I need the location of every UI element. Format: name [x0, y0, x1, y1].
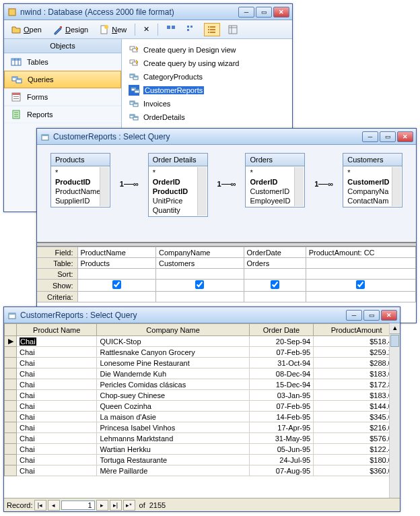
table-box-customers[interactable]: Customers*CustomerIDCompanyNaContactNam [343, 153, 403, 207]
query-item[interactable]: Create query in Design view [126, 43, 288, 57]
nav-prev-button[interactable]: ◂ [48, 500, 60, 511]
cell-company[interactable]: Princesa Isabel Vinhos [97, 422, 249, 433]
row-selector[interactable] [5, 390, 17, 401]
cell-amount[interactable]: $518.40 [314, 336, 400, 347]
minimize-button[interactable]: ─ [238, 7, 254, 18]
object-category-tables[interactable]: Tables [4, 53, 121, 71]
grid-cell[interactable]: CompanyName [156, 247, 244, 258]
nav-next-button[interactable]: ▸ [96, 500, 108, 511]
join-line[interactable]: 1∞ [120, 180, 139, 188]
cell-date[interactable]: 07-Feb-95 [249, 347, 314, 358]
grid-cell[interactable] [77, 269, 156, 280]
column-header[interactable]: ProductAmount [314, 324, 400, 336]
open-button[interactable]: Open [8, 23, 44, 36]
cell-date[interactable]: 07-Feb-95 [249, 401, 314, 412]
grid-cell[interactable] [156, 292, 244, 302]
cell-product[interactable]: Chai [17, 336, 97, 347]
nav-first-button[interactable]: |◂ [34, 500, 46, 511]
cell-date[interactable]: 14-Feb-95 [249, 412, 314, 422]
nav-last-button[interactable]: ▸| [110, 500, 122, 511]
cell-company[interactable]: Rattlesnake Canyon Grocery [97, 347, 249, 358]
column-header[interactable]: Order Date [249, 324, 314, 336]
row-selector[interactable] [5, 379, 17, 390]
cell-product[interactable]: Chai [17, 379, 97, 390]
show-checkbox[interactable] [271, 280, 279, 289]
cell-date[interactable]: 20-Sep-94 [249, 336, 314, 347]
view-list-button[interactable] [204, 23, 220, 36]
grid-cell[interactable] [306, 292, 415, 302]
cell-product[interactable]: Chai [17, 401, 97, 412]
cell-amount[interactable]: $172.80 [314, 379, 400, 390]
cell-company[interactable]: QUICK-Stop [97, 336, 249, 347]
join-line[interactable]: 1∞ [217, 180, 236, 188]
row-selector[interactable] [5, 433, 17, 444]
grid-cell[interactable]: OrderDate [244, 247, 306, 258]
row-selector[interactable] [5, 347, 17, 358]
cell-amount[interactable]: $180.00 [314, 455, 400, 465]
table-row[interactable]: ChaiLehmanns Marktstand31-May-95$576.00 [5, 433, 400, 444]
table-row[interactable]: ChaiChop-suey Chinese03-Jan-95$183.60 [5, 390, 400, 401]
nav-current-input[interactable] [61, 501, 95, 510]
grid-cell[interactable] [244, 280, 306, 292]
row-selector[interactable] [5, 455, 17, 465]
delete-button[interactable]: ✕ [141, 24, 152, 35]
row-selector[interactable] [5, 401, 17, 412]
row-selector[interactable] [5, 358, 17, 368]
cell-amount[interactable]: $288.00 [314, 358, 400, 368]
titlebar[interactable]: CustomerReports : Select Query ─ ▭ ✕ [37, 129, 416, 145]
cell-company[interactable]: Wartian Herkku [97, 444, 249, 455]
cell-product[interactable]: Chai [17, 368, 97, 379]
cell-product[interactable]: Chai [17, 444, 97, 455]
row-selector[interactable] [5, 412, 17, 422]
cell-product[interactable]: Chai [17, 455, 97, 465]
minimize-button[interactable]: ─ [346, 310, 362, 321]
grid-cell[interactable] [244, 292, 306, 302]
grid-cell[interactable]: Orders [244, 258, 306, 269]
cell-company[interactable]: Lonesome Pine Restaurant [97, 358, 249, 368]
view-details-button[interactable] [225, 24, 240, 36]
scrollbar[interactable] [294, 167, 304, 206]
table-row[interactable]: ChaiPrincesa Isabel Vinhos17-Apr-95$216.… [5, 422, 400, 433]
new-button[interactable]: New [96, 23, 129, 36]
object-category-reports[interactable]: Reports [4, 106, 121, 123]
show-checkbox[interactable] [112, 280, 121, 289]
maximize-button[interactable]: ▭ [363, 310, 380, 321]
cell-amount[interactable]: $183.60 [314, 368, 400, 379]
close-button[interactable]: ✕ [273, 7, 289, 18]
table-box-products[interactable]: Products*ProductIDProductNameSupplierID [50, 153, 110, 207]
scrollbar[interactable] [392, 167, 401, 206]
vertical-scrollbar[interactable]: ▴ [389, 323, 400, 498]
query-design-tables-area[interactable]: Products*ProductIDProductNameSupplierID1… [37, 145, 416, 243]
cell-amount[interactable]: $122.40 [314, 444, 400, 455]
grid-cell[interactable] [244, 269, 306, 280]
cell-amount[interactable]: $345.60 [314, 412, 400, 422]
select-all-corner[interactable] [5, 324, 17, 336]
grid-cell[interactable] [77, 280, 156, 292]
column-header[interactable]: Product Name [17, 324, 97, 336]
cell-company[interactable]: La maison d'Asie [97, 412, 249, 422]
cell-amount[interactable]: $360.00 [314, 465, 400, 476]
cell-product[interactable]: Chai [17, 433, 97, 444]
cell-amount[interactable]: $216.00 [314, 422, 400, 433]
grid-cell[interactable] [156, 269, 244, 280]
grid-cell[interactable]: Customers [156, 258, 244, 269]
cell-amount[interactable]: $259.20 [314, 347, 400, 358]
grid-cell[interactable] [306, 280, 415, 292]
maximize-button[interactable]: ▭ [256, 7, 272, 18]
table-box-orders[interactable]: Orders*OrderIDCustomerIDEmployeeID [245, 153, 305, 207]
table-row[interactable]: ChaiLa maison d'Asie14-Feb-95$345.60 [5, 412, 400, 422]
table-row[interactable]: ChaiMère Paillarde07-Aug-95$360.00 [5, 465, 400, 476]
grid-cell[interactable]: ProductName [77, 247, 156, 258]
query-item[interactable]: Create query by using wizard [126, 57, 288, 70]
cell-date[interactable]: 08-Dec-94 [249, 368, 314, 379]
query-item[interactable]: Invoices [126, 97, 288, 110]
cell-company[interactable]: Pericles Comidas clásicas [97, 379, 249, 390]
cell-company[interactable]: Chop-suey Chinese [97, 390, 249, 401]
object-category-forms[interactable]: Forms [4, 88, 121, 106]
maximize-button[interactable]: ▭ [380, 131, 396, 142]
cell-company[interactable]: Tortuga Restaurante [97, 455, 249, 465]
query-item[interactable]: OrderDetails [126, 110, 288, 124]
cell-product[interactable]: Chai [17, 358, 97, 368]
join-line[interactable]: 1∞ [314, 180, 333, 188]
scrollbar[interactable] [100, 167, 109, 206]
